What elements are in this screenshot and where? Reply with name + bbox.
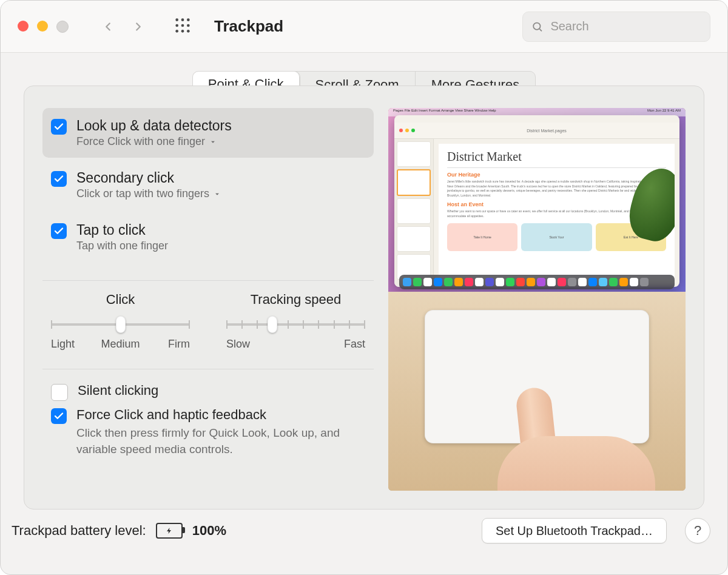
divider	[42, 280, 374, 281]
option-lookup-subtitle-dropdown[interactable]: Force Click with one finger	[76, 135, 232, 148]
divider	[42, 369, 374, 369]
grid-icon	[174, 17, 191, 34]
bolt-icon	[166, 527, 173, 534]
option-force-row[interactable]: Force Click and haptic feedback Click th…	[51, 407, 365, 457]
tracking-slider-label-low: Slow	[226, 338, 250, 351]
svg-point-2	[187, 18, 190, 21]
chevron-down-icon	[209, 138, 217, 146]
svg-point-0	[175, 18, 178, 21]
checkmark-icon	[53, 411, 64, 422]
option-lookup-row[interactable]: Look up & data detectors Force Click wit…	[42, 108, 374, 158]
option-force-description: Click then press firmly for Quick Look, …	[76, 425, 343, 457]
option-secondary-subtitle-dropdown[interactable]: Click or tap with two fingers	[76, 187, 221, 200]
option-tap-title: Tap to click	[76, 222, 168, 238]
search-field[interactable]	[522, 12, 710, 42]
option-secondary-title: Secondary click	[76, 170, 221, 186]
chevron-left-icon	[101, 20, 115, 33]
svg-point-8	[187, 30, 190, 33]
preview-dock	[399, 275, 675, 289]
nav-arrows	[98, 16, 149, 37]
back-button[interactable]	[98, 16, 118, 37]
svg-point-3	[175, 24, 178, 27]
footer: Trackpad battery level: 100% Set Up Blue…	[1, 509, 727, 552]
tracking-slider-title: Tracking speed	[251, 292, 342, 308]
tracking-slider-block: Tracking speed Slow Fast	[226, 292, 365, 351]
option-silent-row[interactable]: Silent clicking	[51, 383, 365, 401]
option-secondary-checkbox[interactable]	[51, 171, 67, 187]
svg-point-6	[175, 30, 178, 33]
gesture-preview: Pages File Edit Insert Format Arrange Vi…	[388, 108, 686, 491]
preview-app-window: District Market.pages	[394, 115, 679, 287]
window-toolbar: Trackpad	[1, 1, 727, 53]
settings-panel: Look up & data detectors Force Click wit…	[24, 86, 704, 509]
checkmark-icon	[53, 121, 64, 132]
battery-value: 100%	[192, 523, 226, 539]
option-silent-label: Silent clicking	[78, 383, 158, 398]
zoom-window-button[interactable]	[56, 21, 69, 33]
preview-doc-title: District Market	[447, 150, 666, 164]
chevron-down-icon	[213, 190, 221, 198]
battery-icon	[156, 523, 183, 539]
click-slider-title: Click	[106, 292, 135, 308]
click-slider[interactable]	[51, 317, 190, 332]
click-slider-label-mid: Medium	[97, 338, 143, 351]
minimize-window-button[interactable]	[37, 21, 48, 32]
window-title: Trackpad	[214, 17, 283, 36]
svg-point-7	[181, 30, 184, 33]
option-tap-row[interactable]: Tap to click Tap with one finger	[42, 212, 374, 262]
click-slider-label-low: Light	[51, 338, 97, 351]
search-input[interactable]	[549, 19, 701, 34]
preferences-window: Trackpad Point & Click Scroll & Zoom Mor…	[0, 0, 728, 575]
battery-label: Trackpad battery level:	[12, 523, 146, 539]
search-icon	[531, 20, 543, 33]
svg-point-9	[533, 22, 540, 29]
click-slider-block: Click Light Medium Firm	[51, 292, 190, 351]
svg-point-5	[187, 24, 190, 27]
checkmark-icon	[53, 226, 64, 237]
option-tap-checkbox[interactable]	[51, 223, 67, 239]
option-lookup-title: Look up & data detectors	[76, 118, 232, 134]
option-secondary-row[interactable]: Secondary click Click or tap with two fi…	[42, 160, 374, 210]
show-all-preferences-button[interactable]	[174, 17, 191, 36]
help-button[interactable]: ?	[685, 518, 710, 543]
svg-point-1	[181, 18, 184, 21]
option-force-label: Force Click and haptic feedback	[76, 407, 343, 423]
click-slider-label-high: Firm	[144, 338, 190, 351]
checkmark-icon	[53, 173, 64, 184]
close-window-button[interactable]	[18, 21, 29, 32]
tracking-slider-label-high: Fast	[344, 338, 365, 351]
forward-button[interactable]	[128, 16, 149, 37]
svg-point-4	[181, 24, 184, 27]
window-traffic-lights	[18, 21, 69, 33]
option-force-checkbox[interactable]	[51, 408, 67, 424]
preview-hand	[497, 388, 619, 491]
svg-line-10	[539, 29, 542, 31]
chevron-right-icon	[132, 20, 145, 33]
option-silent-checkbox[interactable]	[51, 384, 68, 401]
setup-bluetooth-trackpad-button[interactable]: Set Up Bluetooth Trackpad…	[482, 518, 667, 543]
tracking-slider[interactable]	[226, 317, 365, 332]
option-tap-subtitle: Tap with one finger	[76, 240, 168, 252]
option-lookup-checkbox[interactable]	[51, 119, 67, 135]
